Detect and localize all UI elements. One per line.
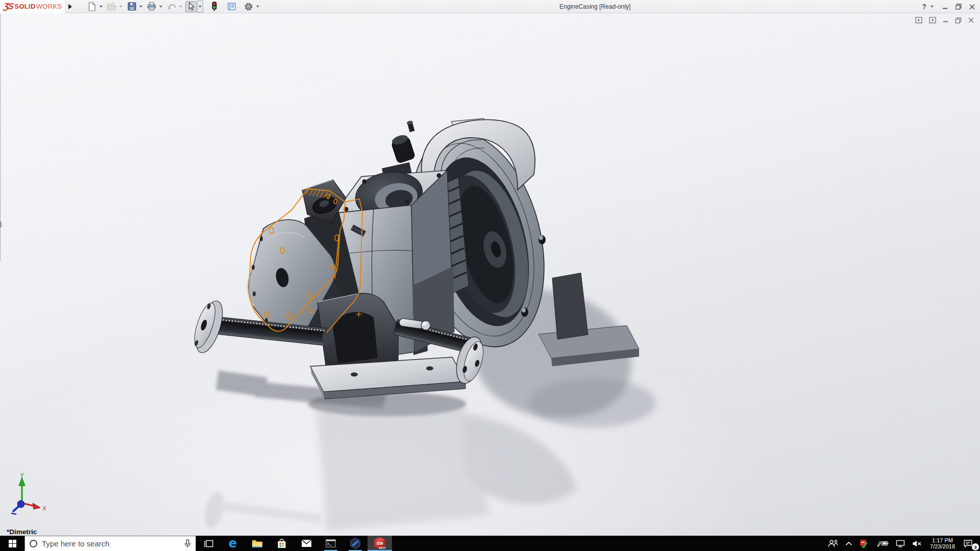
collapse-left-pane-icon xyxy=(915,17,922,23)
doc-restore-button[interactable] xyxy=(955,17,962,23)
close-button[interactable] xyxy=(969,4,975,10)
menu-flyout-button[interactable] xyxy=(65,0,75,13)
list-settings-icon xyxy=(228,3,236,10)
dassault-3ds-mark: ƷS xyxy=(3,2,13,12)
save-button[interactable] xyxy=(126,1,138,12)
display-settings-button[interactable] xyxy=(226,1,238,12)
graphics-area[interactable]: Y X *Dimetric xyxy=(0,13,980,536)
new-document-dropdown[interactable] xyxy=(98,1,104,12)
pen-battery-button[interactable] xyxy=(874,536,891,551)
print-button[interactable] xyxy=(145,1,158,12)
minimize-icon xyxy=(942,4,948,10)
title-bar: ƷS SOLID WORKS xyxy=(0,0,980,13)
clock-date: 7/23/2018 xyxy=(930,543,955,550)
windows-logo-icon xyxy=(9,540,16,547)
svg-text:SW: SW xyxy=(376,541,384,546)
action-center-button[interactable]: 3 xyxy=(961,536,978,551)
network-button[interactable] xyxy=(894,536,907,551)
select-cursor-icon xyxy=(188,2,195,11)
select-tool-button[interactable] xyxy=(185,1,198,12)
clock-time: 1:17 PM xyxy=(930,537,955,544)
taskbar-edrawings-button[interactable] xyxy=(343,536,368,551)
open-folder-icon xyxy=(107,3,117,11)
microphone-icon[interactable] xyxy=(184,539,191,548)
options-button[interactable] xyxy=(242,1,255,12)
gear-icon xyxy=(244,2,253,11)
new-document-icon xyxy=(88,2,96,11)
taskbar-clock[interactable]: 1:17 PM 7/23/2018 xyxy=(927,537,958,550)
print-icon xyxy=(147,2,156,11)
help-button[interactable]: ? xyxy=(922,3,926,11)
task-view-icon xyxy=(204,539,213,548)
help-dropdown[interactable] xyxy=(929,1,935,12)
sw-check-icon xyxy=(860,539,869,548)
search-input[interactable] xyxy=(42,539,180,548)
show-hidden-icons-button[interactable] xyxy=(843,536,854,551)
document-window-controls xyxy=(915,17,974,23)
flyout-arrow-icon xyxy=(68,4,72,9)
volume-muted-icon xyxy=(912,540,922,547)
rebuild-traffic-light-icon xyxy=(212,2,217,11)
rebuild-button[interactable] xyxy=(208,1,220,12)
taskbar-file-explorer-button[interactable] xyxy=(245,536,270,551)
collapse-right-pane-button[interactable] xyxy=(929,17,936,23)
taskbar-mail-button[interactable] xyxy=(294,536,318,551)
restore-button[interactable] xyxy=(955,4,962,10)
edrawings-hexagon-icon xyxy=(349,537,361,549)
command-prompt-icon xyxy=(326,539,336,547)
volume-button[interactable] xyxy=(910,536,924,551)
windows-taskbar: e xyxy=(0,536,980,551)
doc-restore-icon xyxy=(955,17,962,23)
start-button[interactable] xyxy=(0,536,24,551)
undo-dropdown[interactable] xyxy=(178,1,183,12)
reference-triad[interactable]: Y X xyxy=(6,471,50,518)
solidworks-logo: ƷS SOLID WORKS xyxy=(0,0,65,13)
window-controls: ? xyxy=(922,0,975,13)
document-title: EngineCasing [Read-only] xyxy=(559,0,630,13)
fuel-cap-knob xyxy=(390,133,415,164)
people-icon xyxy=(828,539,838,547)
chevron-up-icon xyxy=(845,541,852,546)
people-button[interactable] xyxy=(826,536,840,551)
undo-button[interactable] xyxy=(165,1,178,12)
microsoft-store-icon xyxy=(277,539,286,548)
edge-icon: e xyxy=(229,537,237,549)
system-tray: 1:17 PM 7/23/2018 3 xyxy=(826,536,980,551)
collapse-left-pane-button[interactable] xyxy=(915,17,922,23)
engine-casing-model xyxy=(0,13,980,536)
taskbar-store-button[interactable] xyxy=(270,536,294,551)
doc-close-button[interactable] xyxy=(968,17,974,23)
solidworks-2017-icon: SW 2017 xyxy=(373,537,386,550)
cortana-icon xyxy=(30,540,37,547)
taskbar-cmd-button[interactable] xyxy=(318,536,343,551)
view-orientation-label: *Dimetric xyxy=(7,528,37,536)
battery-icon xyxy=(876,540,889,547)
close-icon xyxy=(969,4,975,10)
undo-arrow-icon xyxy=(167,3,177,10)
task-view-button[interactable] xyxy=(196,536,220,551)
taskbar-search-box[interactable] xyxy=(24,536,196,551)
solidworks-rx-tray-button[interactable] xyxy=(857,536,871,551)
svg-text:2017: 2017 xyxy=(379,546,386,549)
notification-badge: 3 xyxy=(972,543,979,550)
doc-close-icon xyxy=(968,17,974,23)
doc-minimize-icon xyxy=(943,17,948,23)
minimize-button[interactable] xyxy=(942,4,948,10)
new-document-button[interactable] xyxy=(86,1,98,12)
open-dropdown[interactable] xyxy=(118,1,124,12)
open-button[interactable] xyxy=(106,1,118,12)
network-icon xyxy=(896,540,905,547)
save-dropdown[interactable] xyxy=(138,1,143,12)
options-dropdown[interactable] xyxy=(255,1,260,12)
save-floppy-icon xyxy=(128,2,136,11)
print-dropdown[interactable] xyxy=(158,1,163,12)
mail-icon xyxy=(301,539,312,547)
collapse-right-pane-icon xyxy=(929,17,936,23)
quick-access-toolbar xyxy=(86,1,262,13)
doc-minimize-button[interactable] xyxy=(943,17,948,23)
taskbar-edge-button[interactable]: e xyxy=(220,536,245,551)
triad-x-label: X xyxy=(42,505,46,511)
file-explorer-icon xyxy=(252,539,263,548)
select-dropdown[interactable] xyxy=(198,1,203,13)
taskbar-solidworks-button[interactable]: SW 2017 xyxy=(368,536,392,551)
